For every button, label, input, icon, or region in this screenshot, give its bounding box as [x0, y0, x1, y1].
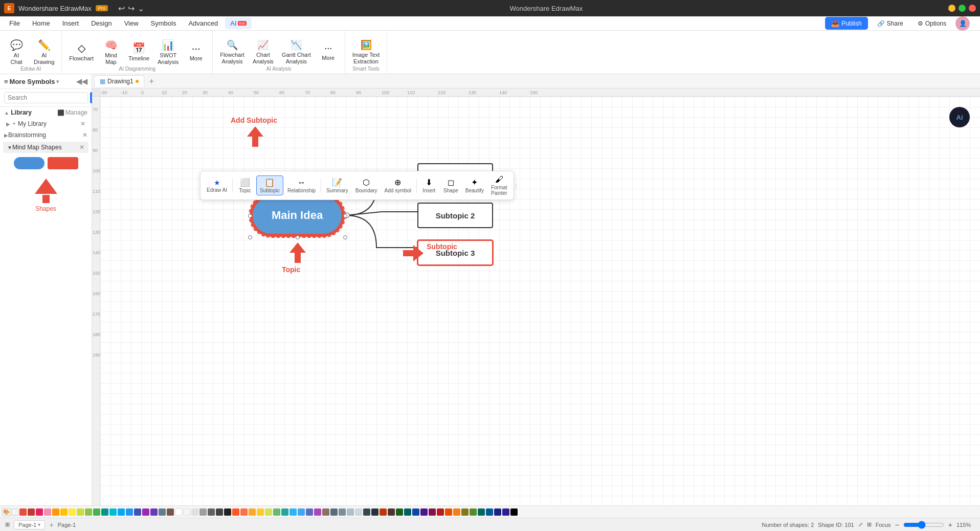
color-swatch-25[interactable] — [224, 508, 231, 516]
menu-home[interactable]: Home — [27, 17, 55, 29]
menu-ai[interactable]: AI hot — [225, 17, 251, 29]
color-swatch-36[interactable] — [314, 508, 321, 516]
more-analysis-button[interactable]: ··· More — [316, 36, 341, 68]
resize-icon[interactable]: ⤢ — [858, 521, 863, 528]
swot-button[interactable]: 📊 SWOTAnalysis — [154, 36, 182, 68]
color-swatch-41[interactable] — [355, 508, 362, 516]
color-swatch-56[interactable] — [478, 508, 485, 516]
color-swatch-48[interactable] — [412, 508, 419, 516]
color-swatch-52[interactable] — [445, 508, 452, 516]
chart-analysis-button[interactable]: 📈 ChartAnalysis — [250, 36, 277, 68]
color-swatch-54[interactable] — [461, 508, 469, 516]
color-swatch-44[interactable] — [380, 508, 387, 516]
flowchart-button[interactable]: ◇ Flowchart — [66, 36, 97, 68]
float-insert[interactable]: ⬇ Insert — [419, 176, 439, 195]
maximize-button[interactable] — [959, 5, 966, 12]
menu-advanced[interactable]: Advanced — [183, 17, 223, 29]
more-options-button[interactable]: ⌄ — [138, 4, 144, 13]
gantt-analysis-button[interactable]: 📉 Gantt ChartAnalysis — [279, 36, 314, 68]
publish-button[interactable]: 📤 Publish — [825, 17, 867, 30]
chevron-down-icon[interactable]: ▾ — [56, 79, 59, 84]
color-swatch-4[interactable] — [52, 508, 59, 516]
undo-button[interactable]: ↩ — [118, 4, 125, 13]
more-diagramming-button[interactable]: ··· More — [184, 36, 208, 68]
layers-icon[interactable]: ⊞ — [5, 521, 10, 528]
color-swatch-53[interactable] — [453, 508, 460, 516]
color-swatch-57[interactable] — [486, 508, 493, 516]
color-swatch-16[interactable] — [150, 508, 158, 516]
color-swatch-28[interactable] — [249, 508, 256, 516]
color-swatch-40[interactable] — [347, 508, 354, 516]
zoom-in-button[interactable]: + — [948, 521, 952, 529]
color-swatch-27[interactable] — [240, 508, 248, 516]
color-swatch-2[interactable] — [36, 508, 43, 516]
minimize-button[interactable] — [948, 5, 955, 12]
ai-chat-button[interactable]: 💬 AIChat — [4, 36, 29, 68]
color-swatch-11[interactable] — [109, 508, 117, 516]
float-boundary[interactable]: ⬡ Boundary — [352, 176, 381, 195]
float-add-symbol[interactable]: ⊕ Add symbol — [382, 176, 414, 195]
grid-icon[interactable]: ⊞ — [867, 521, 872, 528]
mind-map-button[interactable]: 🧠 MindMap — [99, 36, 123, 68]
color-swatch-60[interactable] — [510, 508, 518, 516]
float-relationship[interactable]: ↔ Relationship — [284, 176, 319, 195]
color-swatch-38[interactable] — [330, 508, 338, 516]
color-swatch-19[interactable] — [175, 508, 182, 516]
color-swatch-39[interactable] — [339, 508, 346, 516]
add-tab-button[interactable]: + — [145, 75, 158, 88]
color-swatch-50[interactable] — [429, 508, 436, 516]
arrow-shape[interactable] — [35, 179, 57, 203]
shape-oval-blue[interactable] — [14, 157, 44, 169]
menu-file[interactable]: File — [4, 17, 25, 29]
color-swatch-7[interactable] — [77, 508, 84, 516]
canvas-area[interactable]: ▦ Drawing1 + -20 -10 0 10 20 30 40 50 60… — [92, 74, 980, 505]
menu-design[interactable]: Design — [86, 17, 117, 29]
mind-map-close[interactable]: ✕ — [79, 144, 84, 151]
float-format-painter[interactable]: 🖌 FormatPainter — [488, 173, 510, 197]
color-swatch-21[interactable] — [191, 508, 198, 516]
color-swatch-26[interactable] — [232, 508, 239, 516]
zoom-slider[interactable] — [903, 521, 944, 529]
user-avatar[interactable]: 👤 — [955, 16, 970, 31]
color-swatch-17[interactable] — [159, 508, 166, 516]
color-swatch-33[interactable] — [289, 508, 297, 516]
color-swatch-46[interactable] — [396, 508, 403, 516]
color-swatch-0[interactable] — [19, 508, 27, 516]
ai-drawing-button[interactable]: ✏️ AIDrawing — [31, 36, 57, 68]
color-swatch-58[interactable] — [494, 508, 501, 516]
color-swatch-31[interactable] — [273, 508, 280, 516]
share-button[interactable]: 🔗 Share — [872, 18, 908, 29]
my-library-close[interactable]: ✕ — [80, 120, 85, 127]
color-picker-icon[interactable]: 🎨 — [2, 508, 10, 516]
color-swatch-14[interactable] — [134, 508, 141, 516]
color-swatch-10[interactable] — [101, 508, 108, 516]
color-swatch-59[interactable] — [502, 508, 509, 516]
color-swatch-37[interactable] — [322, 508, 329, 516]
zoom-out-button[interactable]: − — [895, 521, 899, 529]
drawing-canvas[interactable]: ★ Edraw AI ⬜ Topic 📋 Subtopic ↔ Relati — [100, 97, 980, 505]
brainstorming-label[interactable]: Brainstorming — [8, 131, 46, 139]
canvas-inner[interactable]: 70 80 90 100 110 120 130 140 150 160 170… — [92, 97, 980, 505]
color-swatch-6[interactable] — [69, 508, 76, 516]
ai-fab-button[interactable]: Ai — [949, 107, 970, 127]
color-swatch-20[interactable] — [183, 508, 190, 516]
close-button[interactable] — [969, 5, 976, 12]
color-swatch-30[interactable] — [265, 508, 272, 516]
color-swatch-45[interactable] — [388, 508, 395, 516]
manage-label[interactable]: ⬛ Manage — [57, 109, 87, 116]
mind-map-shapes-label[interactable]: Mind Map Shapes — [12, 144, 62, 151]
color-swatch-32[interactable] — [281, 508, 288, 516]
toolbar-more-icon[interactable]: ⋮ — [514, 183, 519, 188]
color-swatch-55[interactable] — [470, 508, 477, 516]
sidebar-my-library[interactable]: ▶ + My Library ✕ — [0, 118, 92, 129]
color-swatch-23[interactable] — [208, 508, 215, 516]
color-swatch-9[interactable] — [93, 508, 100, 516]
flowchart-analysis-button[interactable]: 🔍 FlowchartAnalysis — [217, 36, 248, 68]
color-swatch-43[interactable] — [371, 508, 378, 516]
color-swatch-13[interactable] — [126, 508, 133, 516]
menu-symbols[interactable]: Symbols — [146, 17, 182, 29]
float-edraw-ai[interactable]: ★ Edraw AI — [204, 177, 230, 194]
subtopic2-node[interactable]: Subtopic 2 — [417, 203, 493, 228]
color-swatch-49[interactable] — [420, 508, 428, 516]
color-swatch-3[interactable] — [44, 508, 51, 516]
